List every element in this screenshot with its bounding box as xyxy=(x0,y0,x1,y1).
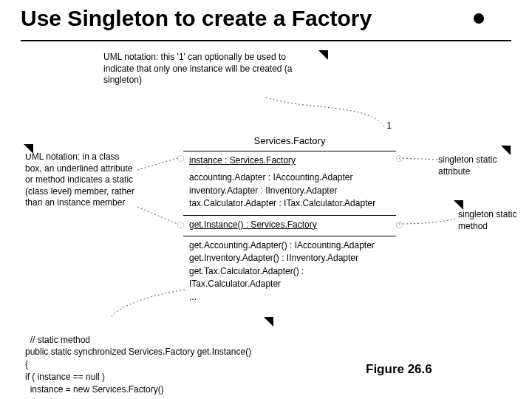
uml-method: get.Accounting.Adapter() : IAccounting.A… xyxy=(189,239,390,252)
uml-method: ... xyxy=(189,291,390,304)
note-left-text: UML notation: in a class box, an underli… xyxy=(25,151,134,208)
uml-method: get.Tax.Calculator.Adapter() : ITax.Calc… xyxy=(189,265,390,291)
code-comment: // static method public static synchroni… xyxy=(25,309,251,399)
uml-method: get.Inventory.Adapter() : IInventory.Ada… xyxy=(189,252,390,265)
uml-methods: get.Instance() : Services.Factory xyxy=(183,216,396,236)
note-left: UML notation: in a class box, an underli… xyxy=(25,151,136,209)
uml-class-name: 1 Services.Factory xyxy=(183,132,396,151)
page-title: Use Singleton to create a Factory xyxy=(21,6,372,31)
note-top-text: UML notation: this '1' can optionally be… xyxy=(103,52,293,85)
note-fold-icon xyxy=(24,144,33,154)
uml-methods-other: get.Accounting.Adapter() : IAccounting.A… xyxy=(183,236,396,308)
anchor-icon xyxy=(177,155,184,162)
svg-marker-0 xyxy=(318,50,328,60)
note-top: UML notation: this '1' can optionally be… xyxy=(103,52,318,86)
uml-multiplicity: 1 xyxy=(386,120,392,131)
title-bullet-icon xyxy=(474,13,484,24)
note-fold-icon xyxy=(254,304,264,314)
code-text: // static method public static synchroni… xyxy=(25,335,251,399)
anchor-icon xyxy=(396,222,403,228)
uml-attr: accounting.Adapter : IAccounting.Adapter xyxy=(189,171,390,184)
note-fold-icon xyxy=(501,146,511,155)
note-fold-icon xyxy=(454,200,463,210)
uml-method-static: get.Instance() : Services.Factory xyxy=(189,219,390,231)
uml-attr: tax.Calculator.Adapter : ITax.Calculator… xyxy=(189,197,390,210)
svg-marker-1 xyxy=(24,144,33,154)
uml-attributes: instance : Services.Factory accounting.A… xyxy=(183,151,396,215)
note-right-a: singleton static attribute xyxy=(438,154,519,177)
svg-marker-3 xyxy=(454,200,463,210)
anchor-icon xyxy=(396,155,403,162)
title-underline xyxy=(21,40,511,41)
anchor-icon xyxy=(177,222,184,228)
note-right-b-text: singleton static method xyxy=(458,209,516,231)
note-fold-icon xyxy=(318,50,328,60)
note-right-b: singleton static method xyxy=(458,209,517,232)
uml-attr: inventory.Adapter : IInventory.Adapter xyxy=(189,185,390,197)
uml-attr-static: instance : Services.Factory xyxy=(189,154,390,167)
note-right-a-text: singleton static attribute xyxy=(438,154,497,177)
figure-caption: Figure 26.6 xyxy=(366,362,432,377)
svg-marker-4 xyxy=(264,317,273,327)
svg-marker-2 xyxy=(501,146,511,155)
uml-class-box: 1 Services.Factory instance : Services.F… xyxy=(183,132,396,308)
